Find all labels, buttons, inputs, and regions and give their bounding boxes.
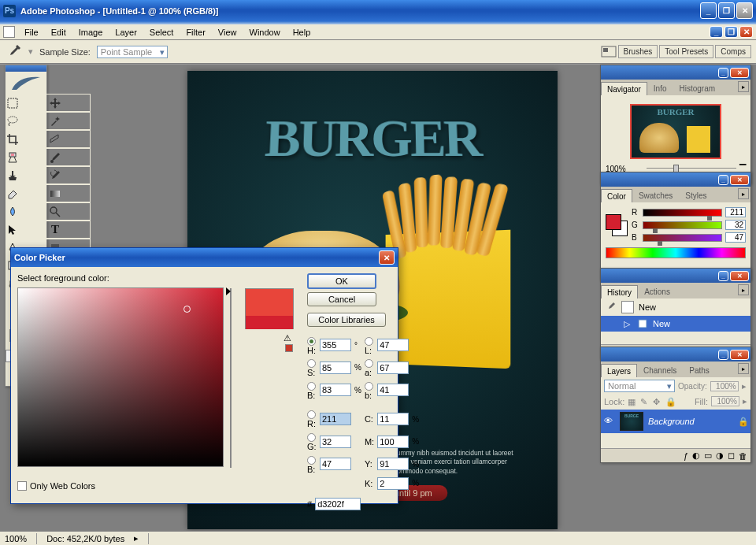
panel-menu-icon[interactable]: ▸ — [738, 363, 749, 374]
history-snapshot[interactable]: New — [601, 298, 750, 316]
file-browser-icon[interactable] — [601, 44, 617, 60]
tab-histogram[interactable]: Histogram — [673, 81, 722, 95]
move-tool[interactable] — [20, 94, 91, 112]
tab-actions[interactable]: Actions — [638, 284, 676, 298]
bb-input[interactable] — [320, 458, 351, 470]
slice-tool[interactable] — [20, 130, 91, 148]
history-state-active[interactable]: ▷ New — [601, 316, 750, 332]
layer-style-icon[interactable]: ƒ — [684, 451, 688, 461]
panel-minimize-button[interactable]: _ — [718, 271, 728, 281]
s-input[interactable] — [320, 361, 351, 374]
window-minimize-button[interactable]: _ — [700, 2, 717, 19]
navigator-thumbnail[interactable]: BURGER — [630, 104, 721, 159]
menu-layer[interactable]: Layer — [109, 26, 143, 39]
lock-all-icon[interactable]: 🔒 — [665, 397, 675, 406]
b-input[interactable] — [377, 384, 409, 396]
menu-filter[interactable]: Filter — [180, 26, 211, 39]
panel-menu-icon[interactable]: ▸ — [738, 81, 749, 92]
g-radio[interactable]: G: — [307, 432, 317, 451]
layer-row-background[interactable]: 👁 Background 🔒 — [601, 410, 750, 433]
g-value[interactable]: 32 — [725, 220, 746, 230]
only-web-colors-checkbox[interactable] — [17, 481, 27, 491]
visibility-icon[interactable]: 👁 — [604, 416, 615, 427]
tab-styles[interactable]: Styles — [679, 188, 713, 202]
r-slider[interactable] — [643, 209, 722, 217]
history-brush-tool[interactable] — [20, 166, 91, 184]
panel-close-button[interactable]: ✕ — [730, 68, 749, 78]
color-preview[interactable] — [245, 288, 294, 329]
opacity-value[interactable]: 100% — [710, 381, 739, 391]
menu-edit[interactable]: Edit — [45, 26, 72, 39]
menu-view[interactable]: View — [212, 26, 243, 39]
clone-stamp-tool[interactable] — [6, 166, 20, 184]
sample-size-select[interactable]: Point Sample — [97, 46, 168, 58]
saturation-value-field[interactable] — [17, 287, 224, 467]
panel-close-button[interactable]: ✕ — [730, 271, 749, 281]
panel-minimize-button[interactable]: _ — [718, 175, 728, 185]
r-radio[interactable]: R: — [307, 410, 317, 429]
window-restore-button[interactable]: ❐ — [718, 2, 735, 19]
new-layer-icon[interactable]: ◻ — [728, 450, 735, 461]
g-input[interactable] — [320, 436, 351, 448]
eraser-tool[interactable] — [6, 184, 20, 202]
brush-tool[interactable] — [20, 148, 91, 166]
tab-channels[interactable]: Channels — [637, 363, 683, 377]
cancel-button[interactable]: Cancel — [307, 292, 376, 306]
menu-file[interactable]: File — [18, 26, 45, 39]
gradient-tool[interactable] — [20, 184, 91, 202]
menu-image[interactable]: Image — [72, 26, 109, 39]
tab-history[interactable]: History — [601, 285, 638, 299]
r-value[interactable]: 211 — [725, 207, 746, 217]
a-input[interactable] — [377, 361, 409, 374]
h-input[interactable] — [320, 339, 351, 351]
color-spectrum[interactable] — [606, 247, 746, 258]
b-value[interactable]: 47 — [725, 232, 746, 243]
lock-transparent-icon[interactable]: ▦ — [628, 397, 637, 406]
b-radio[interactable]: b: — [365, 380, 374, 400]
panel-menu-icon[interactable]: ▸ — [738, 188, 749, 199]
tab-info[interactable]: Info — [647, 81, 673, 95]
navigator-zoom-slider[interactable] — [647, 165, 736, 172]
tab-paths[interactable]: Paths — [683, 363, 716, 377]
gamut-nearest-swatch[interactable] — [285, 344, 293, 352]
color-libraries-button[interactable]: Color Libraries — [307, 313, 386, 327]
gamut-warning-icon[interactable]: ⚠ — [282, 332, 293, 343]
crop-tool[interactable] — [6, 130, 20, 148]
layer-mask-icon[interactable]: ◐ — [692, 450, 700, 461]
y-input[interactable] — [377, 458, 409, 470]
k-input[interactable] — [377, 477, 409, 490]
tab-navigator[interactable]: Navigator — [601, 82, 647, 96]
magic-wand-tool[interactable] — [20, 112, 91, 130]
hex-input[interactable] — [315, 498, 361, 510]
dialog-close-button[interactable]: ✕ — [379, 250, 395, 265]
status-zoom[interactable]: 100% — [5, 534, 27, 543]
path-selection-tool[interactable] — [6, 221, 20, 239]
panel-close-button[interactable]: ✕ — [730, 175, 749, 185]
marquee-tool[interactable] — [6, 94, 20, 112]
status-menu-icon[interactable]: ▸ — [134, 533, 139, 543]
menu-help[interactable]: Help — [287, 26, 317, 39]
tab-layers[interactable]: Layers — [601, 364, 637, 378]
lock-paint-icon[interactable]: ✎ — [640, 397, 650, 406]
ok-button[interactable]: OK — [307, 273, 376, 289]
color-swatch[interactable] — [606, 214, 628, 236]
healing-brush-tool[interactable] — [6, 148, 20, 166]
palette-brushes-tab[interactable]: Brushes — [618, 45, 658, 58]
doc-minimize-button[interactable]: _ — [710, 26, 723, 38]
blend-mode-select[interactable]: Normal — [604, 380, 675, 392]
r-input[interactable] — [320, 413, 351, 425]
palette-comps-tab[interactable]: Comps — [715, 45, 751, 58]
hue-slider[interactable] — [230, 288, 232, 468]
l-input[interactable] — [377, 339, 409, 351]
bv-input[interactable] — [320, 384, 351, 396]
adjustment-layer-icon[interactable]: ◑ — [716, 450, 724, 461]
bb-radio[interactable]: B: — [307, 454, 317, 474]
type-tool[interactable]: T — [20, 221, 91, 239]
menu-window[interactable]: Window — [243, 26, 287, 39]
panel-minimize-button[interactable]: _ — [718, 68, 728, 78]
menu-select[interactable]: Select — [143, 26, 180, 39]
history-brush-source-icon[interactable] — [606, 301, 617, 313]
panel-menu-icon[interactable]: ▸ — [738, 284, 749, 295]
window-close-button[interactable]: ✕ — [736, 2, 753, 19]
layer-name[interactable]: Background — [648, 417, 733, 426]
